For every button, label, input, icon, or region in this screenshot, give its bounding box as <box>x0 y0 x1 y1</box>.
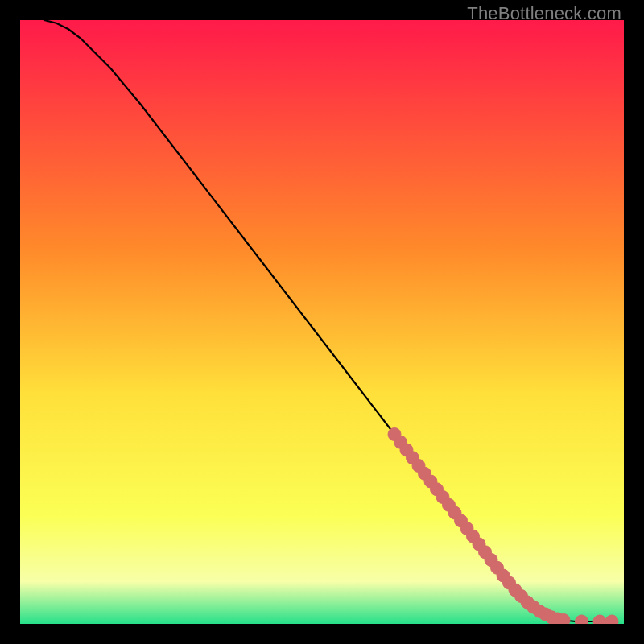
curve-marker <box>605 615 618 624</box>
curve-marker <box>593 615 606 624</box>
gradient-background <box>20 20 624 624</box>
bottleneck-chart <box>20 20 624 624</box>
curve-marker <box>576 615 588 624</box>
curve-marker <box>557 614 570 625</box>
